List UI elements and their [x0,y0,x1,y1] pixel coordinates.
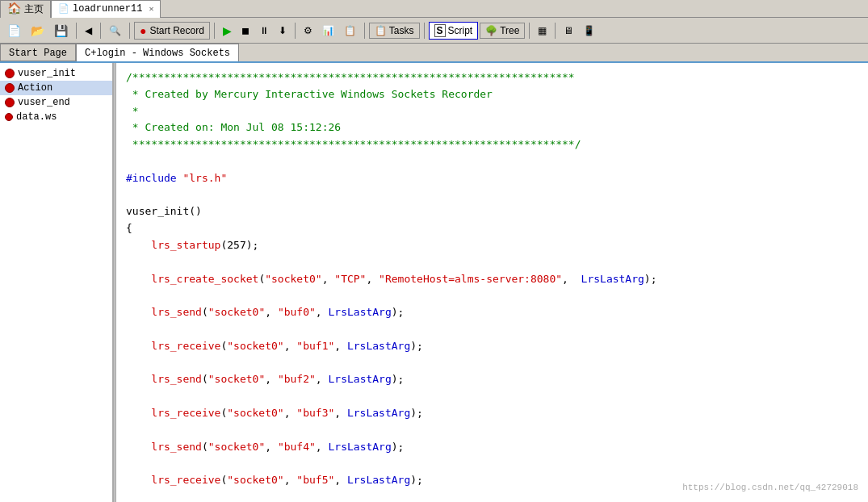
vuser-init-icon [5,69,15,78]
new-button[interactable]: 📄 [3,20,25,41]
sidebar-item-vuser-init[interactable]: vuser_init [0,66,112,81]
run1-button[interactable]: ⚙ [300,20,317,41]
search-icon: 🔍 [109,26,121,36]
vuser-init-func: vuser_init() { lrs_startup(257); lrs_cre… [126,205,657,502]
save-icon: 💾 [54,25,68,36]
script-icon: S [434,24,446,37]
step-button[interactable]: ⬇ [275,20,291,41]
loadrunner-tab[interactable]: 📄 loadrunner11 ✕ [51,0,161,18]
sidebar-item-data-ws[interactable]: data.ws [0,110,112,124]
tasks-button[interactable]: 📋 Tasks [369,23,420,39]
home-icon: 🏠 [7,3,21,15]
new-icon: 📄 [7,25,21,36]
back-button[interactable]: ◀ [81,20,96,41]
help-icon: 🖥 [564,25,573,36]
vuser-end-label: vuser_end [18,97,70,108]
script-label: Script [448,25,473,36]
home-tab-label: 主页 [24,2,44,16]
script-button[interactable]: S Script [429,22,479,40]
watermark: https://blog.csdn.net/qq_42729018 [682,483,858,492]
open-icon: 📂 [31,25,44,36]
save-button[interactable]: 💾 [50,20,72,41]
sep9 [555,23,556,39]
start-page-tab-label: Start Page [9,48,67,59]
loadrunner-tab-label: loadrunner11 [73,3,142,15]
sidebar-item-vuser-end[interactable]: vuser_end [0,95,112,110]
doc-tabs: Start Page C+login - Windows Sockets [0,44,868,63]
watermark-text: https://blog.csdn.net/qq_42729018 [682,483,858,492]
sep5 [295,23,296,39]
sep3 [129,23,130,39]
doc-icon: 📄 [58,5,69,14]
c-login-tab-label: C+login - Windows Sockets [85,48,230,59]
play-icon: ▶ [223,24,232,37]
sidebar-item-action[interactable]: Action [0,81,112,95]
data-ws-icon [5,113,13,121]
sep7 [424,23,425,39]
sep1 [76,23,77,39]
tasks-label: Tasks [389,25,414,36]
sep4 [214,23,215,39]
tree-label: Tree [500,25,519,36]
stop-icon: ◼ [241,25,249,36]
run2-button[interactable]: 📊 [318,20,338,41]
search-button[interactable]: 🔍 [105,20,125,41]
start-record-button[interactable]: ● Start Record [134,22,210,40]
home-tab[interactable]: 🏠 主页 [0,0,51,18]
pause-button[interactable]: ⏸ [255,20,273,41]
start-page-tab[interactable]: Start Page [0,44,76,61]
title-bar: 🏠 主页 📄 loadrunner11 ✕ [0,0,868,18]
main-content: vuser_init Action vuser_end data.ws /***… [0,63,868,502]
tree-button[interactable]: 🌳 Tree [480,23,525,39]
code-editor[interactable]: /***************************************… [116,63,868,502]
pause-icon: ⏸ [259,25,269,36]
sidebar: vuser_init Action vuser_end data.ws [0,63,113,502]
sep8 [529,23,530,39]
toolbar: 📄 📂 💾 ◀ 🔍 ● Start Record ▶ ◼ ⏸ ⬇ ⚙ 📊 📋 [0,18,868,44]
vuser-init-label: vuser_init [18,68,76,79]
tasks-icon: 📋 [375,25,387,36]
action-icon [5,83,15,93]
tree-icon: 🌳 [485,25,497,36]
about-button[interactable]: 📱 [579,20,599,41]
back-icon: ◀ [85,26,92,36]
run1-icon: ⚙ [304,25,312,36]
layout-button[interactable]: ▦ [534,20,551,41]
stop-button[interactable]: ◼ [237,20,254,41]
action-label: Action [18,82,52,94]
start-record-label: Start Record [149,25,203,36]
run3-icon: 📋 [344,25,356,36]
run2-icon: 📊 [322,25,334,36]
c-login-tab[interactable]: C+login - Windows Sockets [76,44,239,61]
data-ws-label: data.ws [16,111,57,123]
step-icon: ⬇ [279,25,287,36]
about-icon: 📱 [583,25,595,36]
vuser-end-icon [5,98,15,107]
close-icon[interactable]: ✕ [149,4,153,14]
header-comment: /***************************************… [126,71,581,150]
play-button[interactable]: ▶ [219,20,236,41]
record-icon: ● [140,24,146,37]
sep2 [100,23,101,39]
include-line: #include "lrs.h" [126,172,227,184]
open-button[interactable]: 📂 [27,20,48,41]
sep6 [364,23,365,39]
help-button[interactable]: 🖥 [560,20,577,41]
run3-button[interactable]: 📋 [340,20,360,41]
layout-icon: ▦ [538,25,547,36]
